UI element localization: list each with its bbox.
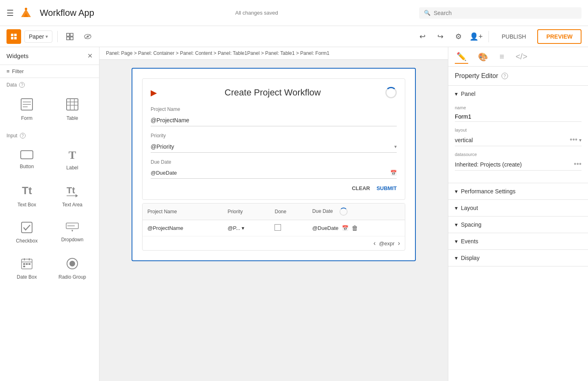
- next-page-btn[interactable]: ›: [398, 240, 400, 247]
- panel-chevron-icon: ▾: [455, 91, 458, 97]
- panel-icon-row: ✏️ 🎨 ≡ </>: [448, 47, 588, 67]
- datasource-select[interactable]: Inherited: Projects (create) •••: [455, 158, 582, 171]
- form-title-row: ▶ Create Project Workflow: [151, 87, 397, 98]
- svg-rect-7: [67, 37, 69, 40]
- search-icon: 🔍: [424, 10, 430, 16]
- add-user-btn[interactable]: 👤+: [469, 29, 484, 44]
- form-actions: CLEAR SUBMIT: [151, 185, 397, 191]
- display-section-header[interactable]: ▾ Display: [448, 250, 588, 266]
- checkbox-label: Checkbox: [16, 238, 37, 244]
- eye-btn[interactable]: [80, 29, 95, 44]
- widget-textarea[interactable]: Tt Text Area: [50, 178, 94, 214]
- widget-dropdown[interactable]: Dropdown: [50, 215, 94, 250]
- due-date-input[interactable]: @DueDate 📅: [151, 167, 397, 179]
- panel-section-header[interactable]: ▾ Panel: [448, 86, 588, 102]
- table-label: Table: [67, 115, 78, 121]
- layout-chevron-icon: ▾: [579, 137, 582, 143]
- layout-section: ▾ Layout: [448, 200, 588, 216]
- paper-label: Paper: [29, 33, 44, 40]
- pencil-icon[interactable]: ✏️: [455, 50, 468, 64]
- priority-field: Priority @Priority ▾: [151, 133, 397, 153]
- button-label: Button: [20, 164, 34, 169]
- datasource-prop-label: datasource: [455, 152, 582, 157]
- widgets-panel: Widgets ✕ ≡ Filter Data ? Form: [0, 47, 99, 381]
- spacing-section-header[interactable]: ▾ Spacing: [448, 216, 588, 233]
- toolbar: Paper ▾ ↩ ↪ ⚙ 👤+ PUBLISH PREVIEW: [0, 26, 588, 47]
- prev-page-btn[interactable]: ‹: [374, 240, 376, 247]
- widget-button[interactable]: Button: [5, 143, 49, 177]
- apps-icon-btn[interactable]: [6, 29, 21, 44]
- svg-rect-37: [23, 266, 25, 267]
- name-prop-input[interactable]: [455, 112, 582, 122]
- widget-datebox[interactable]: Date Box: [5, 251, 49, 286]
- svg-rect-5: [67, 33, 69, 36]
- menu-icon[interactable]: ☰: [6, 8, 14, 18]
- widgets-panel-header: Widgets ✕: [0, 47, 99, 65]
- filter-row[interactable]: ≡ Filter: [0, 65, 99, 78]
- performance-settings-header[interactable]: ▾ Performance Settings: [448, 183, 588, 199]
- cell-calendar-icon[interactable]: 📅: [342, 225, 348, 231]
- widgets-title: Widgets: [6, 52, 28, 59]
- widgets-close-btn[interactable]: ✕: [87, 52, 93, 60]
- svg-point-39: [69, 261, 75, 266]
- input-widget-grid: Button T Label Tt Text Box Tt Text Area: [0, 141, 99, 288]
- display-chevron-icon: ▾: [455, 255, 458, 261]
- layout-prop-select[interactable]: vertical ••• ▾: [455, 134, 582, 146]
- list-icon[interactable]: ≡: [498, 50, 506, 63]
- topbar: ☰ Workflow App All changes saved 🔍: [0, 0, 588, 26]
- panel-section: ▾ Panel name layout vertical ••• ▾: [448, 86, 588, 183]
- table-icon: [66, 98, 79, 112]
- form-panel: ▶ Create Project Workflow Project Name P…: [142, 78, 405, 200]
- calendar-icon: 📅: [390, 170, 397, 176]
- cell-delete-icon[interactable]: 🗑: [352, 225, 358, 232]
- toolbar-separator-1: [57, 31, 58, 42]
- col-priority: Priority: [223, 203, 270, 220]
- table-loading-spinner: [339, 208, 348, 216]
- widget-form[interactable]: Form: [5, 92, 49, 127]
- preview-button[interactable]: PREVIEW: [537, 29, 582, 44]
- project-name-input[interactable]: [151, 115, 397, 126]
- palette-icon[interactable]: 🎨: [476, 50, 490, 63]
- grid-toggle-btn[interactable]: [63, 29, 77, 44]
- svg-rect-34: [23, 263, 25, 265]
- redo-btn[interactable]: ↪: [433, 29, 448, 44]
- due-date-value: @DueDate: [151, 170, 177, 176]
- code-icon[interactable]: </>: [514, 50, 529, 63]
- layout-more-icon[interactable]: •••: [570, 136, 577, 144]
- events-section-header[interactable]: ▾ Events: [448, 233, 588, 249]
- search-input[interactable]: [434, 10, 577, 16]
- widget-radiogroup[interactable]: Radio Group: [50, 251, 94, 286]
- events-chevron-icon: ▾: [455, 238, 458, 245]
- priority-select[interactable]: @Priority ▾: [151, 141, 397, 153]
- layout-section-header[interactable]: ▾ Layout: [448, 200, 588, 216]
- canvas-frame: ▶ Create Project Workflow Project Name P…: [132, 68, 416, 261]
- toolbar-separator-2: [489, 31, 489, 42]
- table-pagination: ‹ @expr ›: [143, 236, 405, 250]
- widget-label[interactable]: T Label: [50, 143, 94, 177]
- main-area: Widgets ✕ ≡ Filter Data ? Form: [0, 47, 588, 381]
- paper-select[interactable]: Paper ▾: [24, 30, 52, 43]
- search-bar[interactable]: 🔍: [419, 7, 582, 19]
- svg-rect-4: [14, 37, 17, 39]
- done-checkbox[interactable]: [275, 224, 281, 231]
- panel-section-content: name layout vertical ••• ▾ datasource: [448, 102, 588, 183]
- layout-prop-row: layout vertical ••• ▾: [455, 128, 582, 146]
- dropdown-label: Dropdown: [61, 237, 84, 242]
- svg-text:Tt: Tt: [22, 184, 32, 197]
- app-logo: [19, 6, 33, 20]
- svg-rect-21: [21, 151, 33, 159]
- widget-textbox[interactable]: Tt Text Box: [5, 178, 49, 214]
- settings-btn[interactable]: ⚙: [451, 29, 466, 44]
- dropdown-icon: [66, 223, 79, 234]
- clear-button[interactable]: CLEAR: [352, 185, 370, 191]
- datasource-more-icon[interactable]: •••: [574, 160, 582, 169]
- arrow-indicator: ▶: [151, 88, 157, 97]
- priority-chevron-icon: ▾: [394, 144, 397, 149]
- submit-button[interactable]: SUBMIT: [376, 185, 397, 191]
- widget-checkbox[interactable]: Checkbox: [5, 215, 49, 250]
- priority-dropdown-icon[interactable]: ▾: [242, 225, 244, 231]
- widget-table[interactable]: Table: [50, 92, 94, 127]
- name-prop-row: name: [455, 105, 582, 122]
- publish-button[interactable]: PUBLISH: [494, 30, 534, 43]
- undo-btn[interactable]: ↩: [415, 29, 430, 44]
